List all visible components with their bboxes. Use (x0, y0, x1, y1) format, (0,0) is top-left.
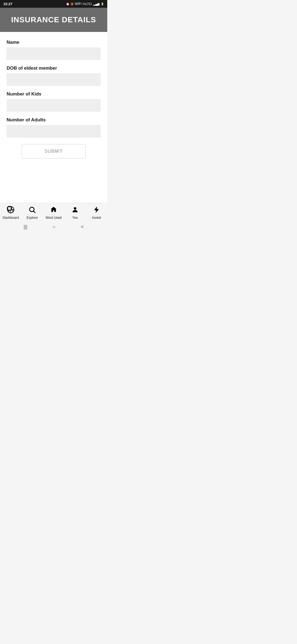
mute-icon: 🔕 (70, 2, 74, 6)
most-used-icon (50, 206, 57, 215)
adults-label: Number of Adults (7, 117, 101, 123)
explore-icon (28, 206, 36, 215)
status-bar: 15:27 ⏰ 🔕 WiFi VoLTE1 ▂▄▆ 🔋 (0, 0, 107, 8)
android-home-button[interactable]: ○ (53, 224, 56, 230)
alarm-icon: ⏰ (66, 2, 69, 6)
main-content: Name DOB of eldest member Number of Kids… (0, 32, 107, 203)
name-input[interactable] (7, 47, 101, 60)
submit-button[interactable]: SUBMIT (22, 144, 86, 159)
svg-point-14 (74, 207, 76, 210)
nav-item-dashboard[interactable]: Dashboard (2, 206, 19, 220)
android-nav-bar: ||| ○ < (0, 221, 107, 232)
kids-label: Number of Kids (7, 91, 101, 97)
nav-item-explore[interactable]: Explore (24, 206, 40, 220)
dob-input[interactable] (7, 73, 101, 86)
android-menu-button[interactable]: ||| (24, 224, 28, 230)
wifi-icon: WiFi (75, 2, 81, 6)
most-used-label: Most Used (46, 216, 61, 220)
name-field-group: Name (7, 40, 101, 60)
nav-item-most-used[interactable]: Most Used (45, 206, 62, 220)
nav-item-you[interactable]: You (67, 206, 83, 220)
nav-item-invest[interactable]: Invest (88, 206, 105, 220)
status-time: 15:27 (3, 2, 12, 6)
bottom-nav: Dashboard Explore Most Used You (0, 203, 107, 221)
battery-icon: 🔋 (101, 2, 104, 6)
dashboard-icon (7, 206, 15, 215)
name-label: Name (7, 40, 101, 45)
adults-input[interactable] (7, 125, 101, 138)
dob-label: DOB of eldest member (7, 66, 101, 71)
invest-icon (93, 206, 100, 215)
android-back-button[interactable]: < (81, 224, 84, 230)
signal-icon: ▂▄▆ (93, 2, 100, 6)
invest-label: Invest (92, 216, 101, 220)
status-icons: ⏰ 🔕 WiFi VoLTE1 ▂▄▆ 🔋 (66, 2, 104, 6)
lte-icon: VoLTE1 (82, 2, 92, 6)
header: INSURANCE DETAILS (0, 8, 107, 32)
you-label: You (72, 216, 78, 220)
page-title: INSURANCE DETAILS (11, 15, 96, 24)
adults-field-group: Number of Adults (7, 117, 101, 138)
dashboard-label: Dashboard (3, 216, 19, 220)
kids-input[interactable] (7, 99, 101, 112)
kids-field-group: Number of Kids (7, 91, 101, 112)
svg-line-13 (34, 211, 35, 213)
submit-container: SUBMIT (7, 144, 101, 159)
svg-point-12 (30, 207, 34, 212)
dob-field-group: DOB of eldest member (7, 66, 101, 86)
explore-label: Explore (27, 216, 38, 220)
you-icon (71, 206, 79, 215)
